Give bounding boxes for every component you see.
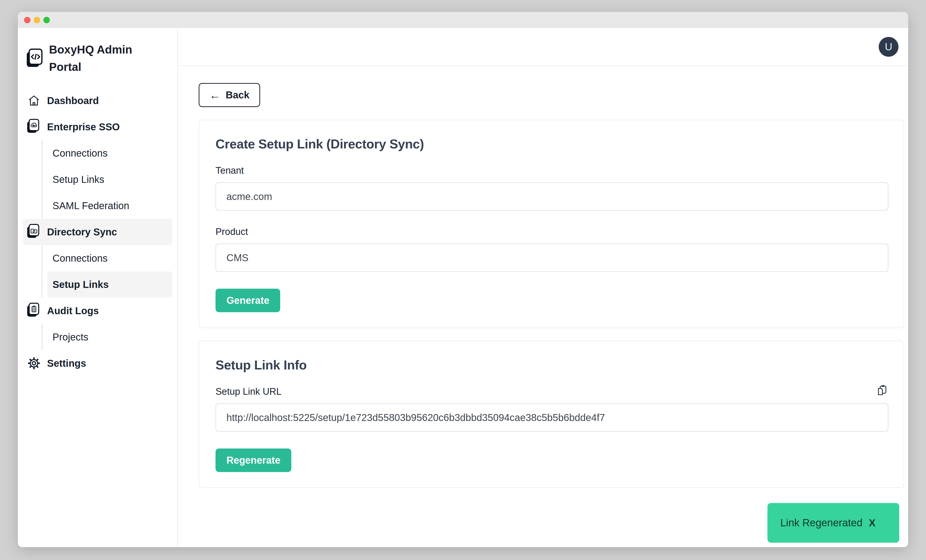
sidebar: BoxyHQ Admin Portal Dashboard [18, 28, 178, 547]
audit-logs-sublist: Projects [42, 324, 172, 350]
tenant-field: Tenant [215, 165, 888, 210]
sidebar-item-dsync-connections[interactable]: Connections [47, 245, 172, 271]
info-card-title: Setup Link Info [215, 357, 888, 372]
sidebar-item-label: Directory Sync [47, 227, 117, 238]
sidebar-item-label: Settings [47, 358, 86, 369]
tenant-input[interactable] [215, 182, 888, 210]
sidebar-item-saml-federation[interactable]: SAML Federation [47, 192, 172, 219]
sidebar-nav: Dashboard En [18, 88, 177, 376]
setup-link-info-card: Setup Link Info Setup Link URL [199, 341, 904, 488]
sso-cloud-key-icon [27, 119, 41, 135]
sidebar-item-dsync-setup-links[interactable]: Setup Links [47, 271, 172, 298]
sidebar-item-projects[interactable]: Projects [47, 324, 172, 350]
toast-close-button[interactable]: X [869, 518, 876, 528]
setup-link-url-input[interactable] [215, 403, 888, 431]
success-toast: Link Regenerated X [767, 503, 899, 543]
brand-title: BoxyHQ Admin Portal [49, 41, 143, 76]
tenant-label: Tenant [215, 165, 888, 176]
product-field: Product [215, 227, 888, 272]
back-label: Back [226, 89, 250, 101]
product-input[interactable] [215, 244, 888, 272]
window-titlebar [18, 12, 908, 28]
copy-icon[interactable] [876, 384, 888, 396]
enterprise-sso-sublist: Connections Setup Links SAML Federation [42, 140, 172, 219]
maximize-window-button[interactable] [43, 17, 50, 23]
sidebar-item-audit-logs[interactable]: Audit Logs [23, 298, 172, 324]
toast-message: Link Regenerated [780, 517, 862, 529]
sidebar-item-label: Enterprise SSO [47, 121, 120, 133]
regenerate-button[interactable]: Regenerate [215, 448, 291, 472]
sidebar-item-settings[interactable]: Settings [23, 350, 172, 376]
directory-sync-sublist: Connections Setup Links [42, 245, 172, 298]
setup-link-url-row: Setup Link URL [215, 386, 888, 403]
sidebar-item-enterprise-sso[interactable]: Enterprise SSO [23, 114, 172, 140]
generate-button[interactable]: Generate [215, 289, 280, 312]
boxyhq-logo-icon [26, 48, 42, 68]
create-card-title: Create Setup Link (Directory Sync) [215, 136, 888, 151]
sidebar-item-label: Dashboard [47, 95, 99, 106]
top-header: U [178, 28, 908, 66]
page-body: ← Back Create Setup Link (Directory Sync… [178, 66, 908, 501]
sidebar-item-label: Audit Logs [47, 305, 99, 316]
sidebar-item-sso-setup-links[interactable]: Setup Links [47, 166, 172, 192]
sidebar-item-dashboard[interactable]: Dashboard [23, 88, 172, 114]
avatar-initial: U [885, 41, 892, 53]
sidebar-item-sso-connections[interactable]: Connections [47, 140, 172, 166]
back-button[interactable]: ← Back [199, 83, 260, 107]
user-avatar[interactable]: U [879, 37, 899, 57]
minimize-window-button[interactable] [34, 17, 40, 23]
home-icon [27, 94, 41, 107]
close-window-button[interactable] [24, 17, 30, 23]
brand[interactable]: BoxyHQ Admin Portal [26, 41, 171, 76]
audit-logs-clipboard-icon [27, 303, 41, 319]
product-label: Product [215, 227, 888, 237]
create-setup-link-card: Create Setup Link (Directory Sync) Tenan… [199, 120, 904, 328]
sidebar-item-directory-sync[interactable]: Directory Sync [23, 219, 172, 245]
setup-link-url-label: Setup Link URL [215, 386, 281, 397]
app-window: BoxyHQ Admin Portal Dashboard [18, 12, 908, 547]
directory-sync-folder-icon [27, 224, 41, 240]
gear-icon [27, 357, 41, 370]
main-area: U ← Back Create Setup Link (Directory Sy… [178, 28, 908, 547]
window-content: BoxyHQ Admin Portal Dashboard [18, 28, 908, 547]
left-arrow-icon: ← [209, 89, 221, 101]
